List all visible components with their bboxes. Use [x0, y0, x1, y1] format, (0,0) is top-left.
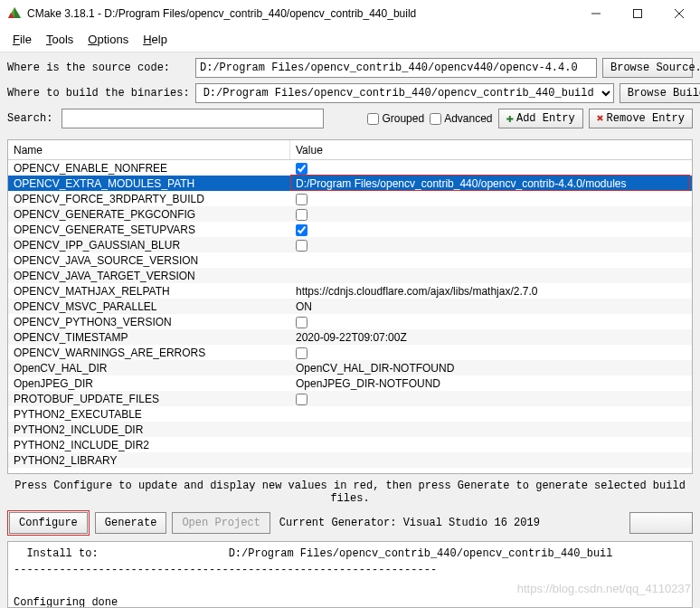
option-value[interactable]: OpenJPEG_DIR-NOTFOUND — [290, 377, 692, 390]
table-row[interactable]: OPENCV_JAVA_SOURCE_VERSION — [8, 252, 692, 268]
table-row[interactable]: OPENCV_MATHJAX_RELPATHhttps://cdnjs.clou… — [8, 283, 692, 299]
option-value[interactable] — [290, 161, 692, 174]
table-row[interactable]: OpenJPEG_DIROpenJPEG_DIR-NOTFOUND — [8, 375, 692, 391]
option-name: OPENCV_FORCE_3RDPARTY_BUILD — [8, 193, 290, 205]
option-value[interactable] — [290, 192, 692, 204]
menu-options[interactable]: Options — [82, 31, 134, 48]
option-name: OpenJPEG_DIR — [8, 377, 290, 390]
option-name: PYTHON2_LIBRARY — [8, 454, 290, 467]
menu-file[interactable]: File — [7, 31, 37, 48]
hint-text: Press Configure to update and display ne… — [0, 474, 700, 508]
option-name: OPENCV_JAVA_SOURCE_VERSION — [8, 254, 290, 267]
option-value[interactable] — [290, 223, 692, 235]
browse-source-button[interactable]: Browse Source... — [602, 58, 693, 78]
option-name: OPENCV_TIMESTAMP — [8, 331, 290, 344]
search-label: Search: — [7, 112, 52, 125]
table-row[interactable]: OPENCV_EXTRA_MODULES_PATHD:/Program File… — [8, 176, 692, 191]
table-row[interactable]: OPENCV_JAVA_TARGET_VERSION — [8, 268, 692, 283]
option-value[interactable]: ON — [290, 300, 692, 313]
table-row[interactable]: PYTHON2_INCLUDE_DIR — [8, 422, 692, 437]
table-row[interactable]: OpenCV_HAL_DIROpenCV_HAL_DIR-NOTFOUND — [8, 360, 692, 375]
option-value[interactable]: D:/Program Files/opencv_contrib_440/open… — [290, 177, 692, 190]
build-label: Where to build the binaries: — [7, 87, 190, 100]
current-generator-label: Current Generator: Visual Studio 16 2019 — [279, 517, 540, 529]
close-button[interactable] — [658, 0, 700, 27]
menubar: File Tools Options Help — [0, 27, 700, 52]
option-name: OPENCV_PYTHON3_VERSION — [8, 316, 290, 328]
option-checkbox[interactable] — [296, 163, 307, 175]
svg-marker-1 — [14, 7, 21, 18]
option-value[interactable]: 2020-09-22T09:07:00Z — [290, 331, 692, 344]
header-name[interactable]: Name — [8, 140, 290, 159]
grouped-checkbox[interactable]: Grouped — [367, 112, 424, 125]
svg-rect-4 — [634, 10, 642, 18]
build-select[interactable]: D:/Program Files/opencv_contrib_440/open… — [195, 83, 614, 103]
option-checkbox[interactable] — [296, 224, 307, 236]
option-name: PYTHON2_EXECUTABLE — [8, 408, 290, 421]
options-table: Name Value OPENCV_ENABLE_NONFREEOPENCV_E… — [7, 139, 693, 474]
generate-button[interactable]: Generate — [95, 512, 167, 534]
table-row[interactable]: OPENCV_GENERATE_SETUPVARS — [8, 222, 692, 237]
minimize-button[interactable] — [575, 0, 617, 27]
remove-entry-button[interactable]: ✖Remove Entry — [589, 109, 693, 128]
window-title: CMake 3.18.1 - D:/Program Files/opencv_c… — [27, 7, 416, 20]
option-name: OPENCV_IPP_GAUSSIAN_BLUR — [8, 239, 290, 252]
log-output[interactable]: Install to: D:/Program Files/opencv_cont… — [7, 541, 693, 608]
remove-icon: ✖ — [597, 113, 604, 125]
menu-tools[interactable]: Tools — [41, 31, 79, 48]
table-row[interactable]: OPENCV_PYTHON3_VERSION — [8, 314, 692, 329]
option-value[interactable] — [290, 315, 692, 328]
advanced-checkbox[interactable]: Advanced — [430, 112, 492, 125]
option-checkbox[interactable] — [296, 394, 307, 405]
maximize-button[interactable] — [617, 0, 658, 27]
option-checkbox[interactable] — [296, 209, 307, 221]
option-name: OPENCV_EXTRA_MODULES_PATH — [8, 177, 290, 190]
table-row[interactable]: PYTHON2_INCLUDE_DIR2 — [8, 437, 692, 452]
option-value[interactable]: OpenCV_HAL_DIR-NOTFOUND — [290, 362, 692, 375]
browse-build-button[interactable]: Browse Build... — [620, 83, 700, 103]
option-value[interactable]: https://cdnjs.cloudflare.com/ajax/libs/m… — [290, 285, 692, 298]
option-name: OPENCV_WARNINGS_ARE_ERRORS — [8, 347, 290, 359]
source-label: Where is the source code: — [7, 62, 190, 74]
table-header: Name Value — [8, 140, 692, 160]
empty-button[interactable] — [629, 512, 693, 534]
configure-button[interactable]: Configure — [9, 512, 88, 534]
option-name: OPENCV_JAVA_TARGET_VERSION — [8, 270, 290, 282]
option-name: OPENCV_ENABLE_NONFREE — [8, 162, 290, 175]
table-row[interactable]: OPENCV_FORCE_3RDPARTY_BUILD — [8, 191, 692, 206]
option-checkbox[interactable] — [296, 194, 307, 205]
source-input[interactable] — [195, 58, 597, 78]
table-row[interactable]: OPENCV_TIMESTAMP2020-09-22T09:07:00Z — [8, 329, 692, 345]
header-value[interactable]: Value — [290, 144, 692, 157]
option-name: PYTHON2_INCLUDE_DIR — [8, 423, 290, 436]
option-checkbox[interactable] — [296, 317, 307, 328]
table-row[interactable]: PYTHON2_EXECUTABLE — [8, 406, 692, 422]
option-name: OpenCV_HAL_DIR — [8, 362, 290, 375]
option-value[interactable] — [290, 207, 692, 220]
option-name: PROTOBUF_UPDATE_FILES — [8, 393, 290, 405]
plus-icon: ✚ — [506, 112, 514, 125]
configure-highlight: Configure — [7, 510, 90, 536]
option-checkbox[interactable] — [296, 240, 307, 252]
table-row[interactable]: OPENCV_WARNINGS_ARE_ERRORS — [8, 345, 692, 360]
table-row[interactable]: OPENCV_GENERATE_PKGCONFIG — [8, 206, 692, 222]
open-project-button[interactable]: Open Project — [172, 512, 270, 534]
table-row[interactable]: OPENCV_ENABLE_NONFREE — [8, 160, 692, 176]
option-name: OPENCV_MATHJAX_RELPATH — [8, 285, 290, 298]
option-name: PYTHON2_INCLUDE_DIR2 — [8, 439, 290, 451]
table-row[interactable]: OPENCV_MSVC_PARALLELON — [8, 299, 692, 314]
titlebar: CMake 3.18.1 - D:/Program Files/opencv_c… — [0, 0, 700, 27]
option-value[interactable] — [290, 238, 692, 251]
option-value[interactable] — [290, 392, 692, 404]
table-row[interactable]: OPENCV_IPP_GAUSSIAN_BLUR — [8, 237, 692, 252]
option-value[interactable] — [290, 346, 692, 358]
table-row[interactable]: PYTHON2_LIBRARY — [8, 452, 692, 468]
app-icon — [7, 6, 22, 21]
add-entry-button[interactable]: ✚Add Entry — [498, 109, 583, 128]
option-checkbox[interactable] — [296, 347, 307, 359]
option-name: OPENCV_MSVC_PARALLEL — [8, 300, 290, 313]
option-name: OPENCV_GENERATE_SETUPVARS — [8, 223, 290, 236]
table-row[interactable]: PROTOBUF_UPDATE_FILES — [8, 391, 692, 406]
menu-help[interactable]: Help — [137, 31, 173, 48]
search-input[interactable] — [61, 109, 324, 128]
